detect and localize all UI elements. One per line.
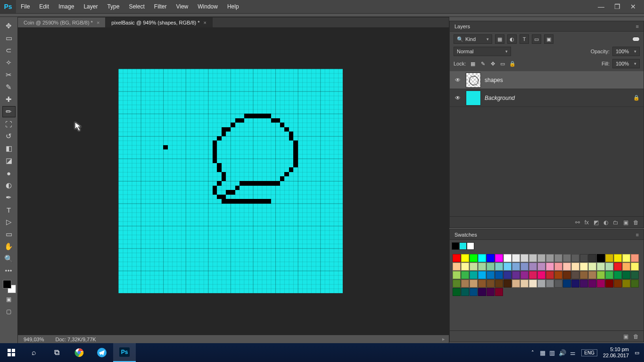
swatch[interactable]: [453, 254, 461, 262]
menu-image[interactable]: Image: [54, 0, 79, 13]
filter-smart-icon[interactable]: ▣: [544, 34, 553, 44]
swatch[interactable]: [571, 271, 579, 279]
hand-tool[interactable]: ✋: [2, 241, 16, 252]
pencil-tool[interactable]: ✏: [2, 106, 16, 117]
swatch[interactable]: [478, 288, 486, 296]
swatch[interactable]: [512, 254, 520, 262]
search-button[interactable]: ⌕: [23, 343, 45, 362]
swatch[interactable]: [588, 271, 596, 279]
gradient-tool[interactable]: ◪: [2, 155, 16, 166]
swatch[interactable]: [520, 263, 528, 271]
swatch[interactable]: [478, 280, 486, 288]
lock-transparent-icon[interactable]: ▦: [469, 59, 477, 68]
new-swatch-icon[interactable]: ▣: [623, 333, 628, 340]
swatch[interactable]: [487, 271, 495, 279]
tab-pixelbasic[interactable]: pixelBasic @ 949% (shapes, RGB/8) * ×: [106, 17, 213, 27]
panel-menu-icon[interactable]: ≡: [636, 232, 639, 238]
minimize-button[interactable]: ―: [597, 3, 605, 10]
delete-swatch-icon[interactable]: 🗑: [633, 333, 639, 340]
swatch[interactable]: [622, 263, 630, 271]
visibility-icon[interactable]: 👁: [454, 95, 462, 101]
filter-pixel-icon[interactable]: ▦: [495, 34, 504, 44]
swatch[interactable]: [597, 263, 605, 271]
clock[interactable]: 5:10 pm 22.06.2017: [603, 346, 629, 359]
delete-layer-icon[interactable]: 🗑: [633, 219, 639, 226]
swatch[interactable]: [470, 288, 478, 296]
layer-mask-icon[interactable]: ◩: [594, 219, 599, 226]
swatch[interactable]: [546, 271, 554, 279]
canvas-area[interactable]: [18, 27, 449, 335]
start-button[interactable]: [0, 343, 23, 362]
swatch[interactable]: [529, 271, 537, 279]
swatch[interactable]: [597, 280, 605, 288]
swatch[interactable]: [554, 263, 562, 271]
blur-tool[interactable]: ●: [2, 167, 16, 179]
menu-layer[interactable]: Layer: [79, 0, 102, 13]
layer-row[interactable]: 👁 shapes: [450, 71, 644, 89]
swatch[interactable]: [529, 280, 537, 288]
swatch[interactable]: [546, 263, 554, 271]
swatch[interactable]: [597, 271, 605, 279]
swatch[interactable]: [478, 271, 486, 279]
swatch[interactable]: [487, 280, 495, 288]
swatch[interactable]: [495, 263, 503, 271]
swatch[interactable]: [563, 271, 571, 279]
swatch[interactable]: [571, 254, 579, 262]
layer-name[interactable]: shapes: [485, 77, 503, 83]
swatch[interactable]: [453, 288, 461, 296]
close-icon[interactable]: ×: [97, 20, 99, 25]
crop-tool[interactable]: ✂: [2, 69, 16, 81]
swatch[interactable]: [597, 254, 605, 262]
marquee-tool[interactable]: ▭: [2, 33, 16, 44]
swatch[interactable]: [622, 280, 630, 288]
swatch[interactable]: [470, 271, 478, 279]
menu-select[interactable]: Select: [124, 0, 149, 13]
magic-wand-tool[interactable]: ✧: [2, 57, 16, 68]
type-tool[interactable]: T: [2, 204, 16, 215]
swatch[interactable]: [470, 254, 478, 262]
swatch[interactable]: [622, 254, 630, 262]
swatch[interactable]: [563, 254, 571, 262]
swatch[interactable]: [605, 280, 613, 288]
layer-name[interactable]: Background: [485, 95, 515, 101]
swatch[interactable]: [495, 288, 503, 296]
swatch[interactable]: [546, 254, 554, 262]
swatch[interactable]: [605, 271, 613, 279]
swatch[interactable]: [631, 254, 639, 262]
dodge-tool[interactable]: ◐: [2, 180, 16, 191]
swatch[interactable]: [478, 254, 486, 262]
swatch[interactable]: [487, 263, 495, 271]
lock-artboard-icon[interactable]: ▭: [498, 59, 507, 68]
swatch[interactable]: [546, 280, 554, 288]
swatch[interactable]: [453, 271, 461, 279]
layer-row[interactable]: 👁 Background 🔒: [450, 89, 644, 107]
swatch[interactable]: [614, 254, 622, 262]
swatch[interactable]: [453, 263, 461, 271]
swatch[interactable]: [487, 254, 495, 262]
maximize-button[interactable]: ❐: [613, 3, 621, 10]
filter-kind-select[interactable]: 🔍Kind▾: [454, 34, 492, 44]
quickmask-button[interactable]: ▣: [2, 294, 16, 305]
swatch[interactable]: [512, 280, 520, 288]
lock-position-icon[interactable]: ✥: [488, 59, 497, 68]
adjustment-layer-icon[interactable]: ◐: [603, 219, 608, 226]
swatch[interactable]: [563, 280, 571, 288]
menu-file[interactable]: File: [16, 0, 34, 13]
swatch[interactable]: [571, 280, 579, 288]
close-icon[interactable]: ×: [204, 20, 206, 25]
swatch[interactable]: [614, 263, 622, 271]
swatch[interactable]: [461, 280, 469, 288]
close-button[interactable]: ✕: [629, 3, 637, 10]
wifi-icon[interactable]: ⚌: [570, 349, 576, 356]
filter-type-icon[interactable]: T: [520, 34, 529, 44]
swatch[interactable]: [614, 280, 622, 288]
swatch[interactable]: [504, 263, 512, 271]
layer-thumb[interactable]: [466, 73, 481, 88]
telegram-icon[interactable]: [91, 343, 113, 362]
swatch[interactable]: [563, 263, 571, 271]
swatch[interactable]: [537, 263, 545, 271]
filter-toggle[interactable]: [632, 37, 640, 41]
new-layer-icon[interactable]: ▣: [623, 219, 628, 226]
notifications-icon[interactable]: ▭: [635, 350, 639, 356]
swatch[interactable]: [588, 263, 596, 271]
